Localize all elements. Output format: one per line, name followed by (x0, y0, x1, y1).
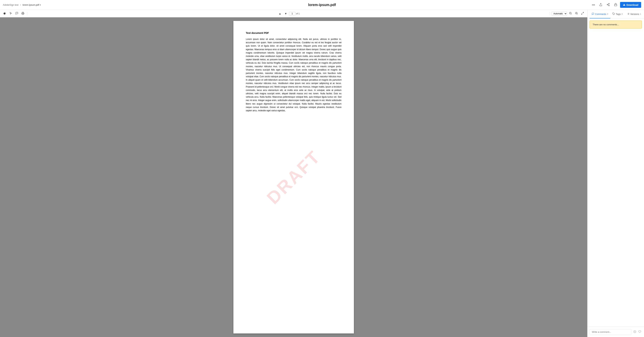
tab-tags-badge: 0 (622, 13, 622, 15)
chevron-down-icon[interactable]: ▾ (40, 4, 41, 6)
header-right: ••• (590, 2, 641, 8)
svg-line-5 (608, 4, 609, 4)
no-comments-banner: There are no comments... (590, 20, 642, 28)
top-header: AdobeSign test > lorem-ipsum.pdf ▾ lorem… (0, 0, 644, 10)
right-panel: Comments 0 Tags 0 (587, 10, 644, 337)
panel-more-button[interactable]: ⋯ (643, 12, 644, 17)
versions-icon (627, 12, 630, 16)
page-title: lorem-ipsum.pdf (308, 3, 336, 7)
pdf-viewer: ▲ ▼ of 1 Automatic 50% 75% 100% 125% 150… (0, 10, 587, 337)
svg-line-17 (582, 14, 582, 14)
svg-line-10 (571, 14, 572, 14)
collaborate-icon (606, 3, 610, 7)
pdf-toolbar: ▲ ▼ of 1 Automatic 50% 75% 100% 125% 150… (0, 10, 587, 17)
svg-line-13 (577, 14, 578, 14)
comment-action-2-icon (638, 330, 641, 334)
hand-tool-button[interactable] (2, 11, 8, 16)
svg-line-16 (583, 12, 584, 13)
page-down-button[interactable]: ▼ (283, 11, 288, 16)
download-icon (623, 3, 626, 6)
zoom-out-icon (569, 12, 572, 15)
fit-page-icon (581, 12, 584, 15)
main-area: ▲ ▼ of 1 Automatic 50% 75% 100% 125% 150… (0, 10, 644, 337)
tab-comments[interactable]: Comments 0 (590, 10, 610, 18)
zoom-in-button[interactable] (574, 11, 579, 16)
download-label: Download (626, 4, 638, 6)
page-total-label: of 1 (296, 12, 300, 15)
share-button[interactable] (598, 2, 604, 8)
fit-page-button[interactable] (580, 11, 585, 16)
tab-versions-label: Versions (630, 13, 639, 16)
comments-icon (592, 12, 594, 16)
comment-action-2-button[interactable] (638, 330, 642, 334)
breadcrumb-separator: > (20, 4, 21, 6)
svg-point-1 (608, 3, 610, 4)
comments-section: There are no comments... (588, 18, 644, 327)
no-comments-text: There are no comments... (592, 23, 619, 26)
zoom-out-button[interactable] (568, 11, 573, 16)
svg-rect-6 (614, 4, 617, 6)
print-tool-button[interactable] (20, 11, 26, 16)
tab-comments-label: Comments (595, 13, 606, 16)
hand-tool-icon (3, 12, 6, 15)
comment-input-area (588, 327, 644, 337)
breadcrumb-file: lorem-ipsum.pdf ▾ (22, 4, 41, 6)
pdf-watermark: DRAFT (263, 146, 324, 208)
select-tool-button[interactable] (8, 11, 14, 16)
right-panel-tabs: Comments 0 Tags 0 (588, 10, 644, 18)
pdf-page: DRAFT Test document PDF Lorem ipsum dolo… (234, 21, 354, 334)
tab-tags-label: Tags (616, 13, 620, 16)
zoom-select[interactable]: Automatic 50% 75% 100% 125% 150% 200% (552, 12, 567, 16)
comment-input[interactable] (590, 329, 631, 335)
collaborate-button[interactable] (605, 2, 611, 8)
pdf-body-text: Lorem ipsum dolor sit amet, consectetur … (246, 38, 342, 112)
svg-point-3 (608, 5, 610, 6)
svg-rect-8 (22, 14, 24, 14)
breadcrumb-app[interactable]: AdobeSign test (3, 4, 18, 6)
tab-comments-badge: 0 (607, 13, 608, 15)
tab-versions-badge: 1 (640, 13, 641, 15)
page-navigation: ▲ ▼ of 1 (277, 11, 300, 16)
select-tool-icon (10, 12, 12, 15)
tab-tags[interactable]: Tags 0 (610, 10, 625, 18)
svg-point-2 (607, 4, 608, 5)
more-options-icon: ••• (592, 3, 595, 6)
comment-action-1-icon (633, 330, 636, 334)
lock-icon (614, 3, 617, 7)
download-button[interactable]: Download (620, 2, 641, 8)
zoom-in-icon (575, 12, 578, 15)
share-icon (599, 3, 602, 7)
annotation-tool-button[interactable] (14, 11, 20, 16)
svg-line-4 (608, 5, 609, 5)
comment-actions (633, 330, 642, 334)
pdf-scroll-area[interactable]: DRAFT Test document PDF Lorem ipsum dolo… (0, 17, 587, 337)
tab-versions[interactable]: Versions 1 (625, 10, 643, 18)
page-up-button[interactable]: ▲ (277, 11, 282, 16)
header-left: AdobeSign test > lorem-ipsum.pdf ▾ (3, 4, 41, 6)
print-tool-icon (22, 12, 24, 15)
annotation-tool-icon (16, 12, 18, 15)
lock-button[interactable] (613, 2, 619, 8)
comment-action-1-button[interactable] (633, 330, 637, 334)
more-options-button[interactable]: ••• (590, 2, 596, 8)
pdf-page-title: Test document PDF (246, 32, 342, 34)
tag-icon (612, 12, 615, 16)
breadcrumb-filename[interactable]: lorem-ipsum.pdf (22, 4, 39, 6)
page-number-input[interactable] (289, 12, 296, 16)
